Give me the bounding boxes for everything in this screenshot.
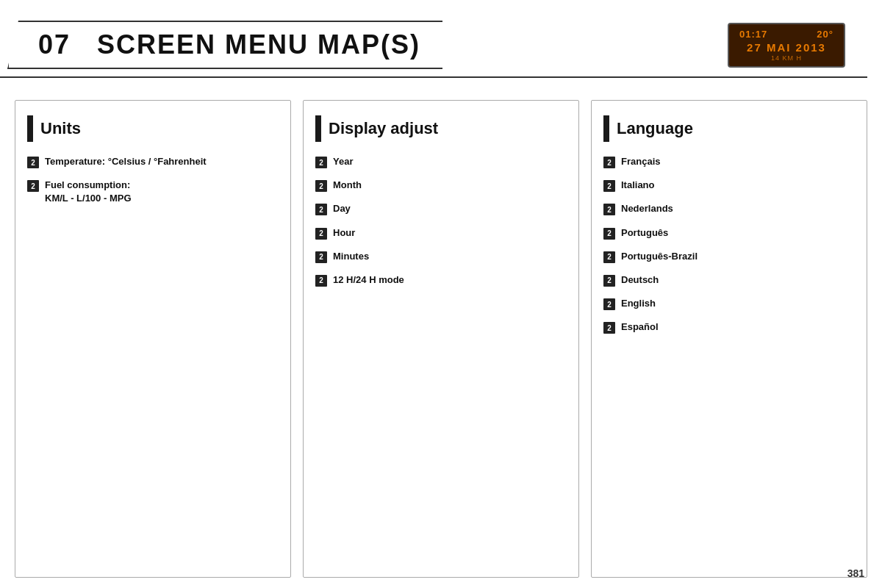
panel-header-language: Language	[603, 115, 855, 142]
menu-item-language-2: 2Nederlands	[603, 202, 855, 215]
menu-text-language-2: Nederlands	[621, 202, 673, 215]
badge-level-2: 2	[315, 204, 327, 215]
clock-display: 01:17 20° 27 MAI 2013 14 KM H	[728, 23, 845, 68]
menu-text-language-3: Português	[621, 226, 668, 240]
menu-text-units-0: Temperature: °Celsius / °Fahrenheit	[45, 155, 207, 168]
badge-level-2: 2	[603, 180, 615, 192]
menu-item-display-adjust-3: 2Hour	[315, 226, 567, 240]
menu-text-language-4: Português-Brazil	[621, 250, 698, 263]
menu-item-display-adjust-5: 212 H/24 H mode	[315, 273, 567, 287]
badge-level-2: 2	[603, 298, 615, 310]
panel-language: Language2Français2Italiano2Nederlands2Po…	[591, 100, 867, 578]
menu-item-display-adjust-2: 2Day	[315, 202, 567, 215]
main-content: Units2Temperature: °Celsius / °Fahrenhei…	[0, 78, 882, 588]
menu-item-language-1: 2Italiano	[603, 179, 855, 192]
panel-header-units: Units	[27, 115, 279, 142]
panel-header-display-adjust: Display adjust	[315, 115, 567, 142]
page-title: 07 SCREEN MENU MAP(S)	[38, 29, 420, 60]
title-area: 07 SCREEN MENU MAP(S)	[0, 21, 442, 69]
badge-level-2: 2	[603, 204, 615, 215]
badge-level-2: 2	[603, 275, 615, 287]
menu-text-language-0: Français	[621, 155, 660, 168]
panel-units: Units2Temperature: °Celsius / °Fahrenhei…	[15, 100, 291, 578]
menu-item-language-6: 2English	[603, 297, 855, 310]
badge-level-2: 2	[315, 157, 327, 168]
menu-item-language-5: 2Deutsch	[603, 273, 855, 287]
badge-level-1	[603, 115, 609, 142]
panel-display-adjust: Display adjust2Year2Month2Day2Hour2Minut…	[303, 100, 579, 578]
badge-level-2: 2	[27, 157, 39, 168]
menu-text-language-1: Italiano	[621, 179, 655, 192]
menu-item-language-4: 2Português-Brazil	[603, 250, 855, 263]
badge-level-2: 2	[27, 180, 39, 192]
badge-level-2: 2	[315, 251, 327, 263]
badge-level-2: 2	[603, 157, 615, 168]
menu-text-display-adjust-1: Month	[333, 179, 362, 192]
panel-title-language: Language	[617, 119, 693, 138]
panel-title-units: Units	[40, 119, 81, 138]
clock-temp: 20°	[817, 29, 833, 40]
clock-time: 01:17	[739, 29, 767, 40]
chapter-tab: 07 SCREEN MENU MAP(S)	[7, 21, 442, 69]
badge-level-2: 2	[603, 228, 615, 240]
badge-level-1	[315, 115, 321, 142]
menu-item-language-0: 2Français	[603, 155, 855, 168]
menu-text-language-7: Español	[621, 320, 659, 334]
menu-text-display-adjust-4: Minutes	[333, 250, 369, 263]
menu-text-language-6: English	[621, 297, 656, 310]
menu-text-display-adjust-5: 12 H/24 H mode	[333, 273, 404, 287]
badge-level-2: 2	[603, 251, 615, 263]
menu-text-display-adjust-3: Hour	[333, 226, 355, 240]
menu-item-display-adjust-1: 2Month	[315, 179, 567, 192]
menu-text-units-1: Fuel consumption: KM/L - L/100 - MPG	[45, 179, 132, 205]
menu-item-units-1: 2Fuel consumption: KM/L - L/100 - MPG	[27, 179, 279, 205]
page-number: 381	[847, 567, 864, 579]
badge-level-2: 2	[315, 275, 327, 287]
menu-item-units-0: 2Temperature: °Celsius / °Fahrenheit	[27, 155, 279, 168]
menu-item-language-3: 2Português	[603, 226, 855, 240]
page-header: 07 SCREEN MENU MAP(S) 01:17 20° 27 MAI 2…	[0, 7, 867, 78]
clock-date: 27 MAI 2013	[739, 41, 833, 54]
menu-item-language-7: 2Español	[603, 320, 855, 334]
menu-text-language-5: Deutsch	[621, 273, 659, 287]
menu-text-display-adjust-2: Day	[333, 202, 351, 215]
badge-level-2: 2	[315, 180, 327, 192]
menu-item-display-adjust-0: 2Year	[315, 155, 567, 168]
clock-sub: 14 KM H	[739, 54, 833, 62]
menu-item-display-adjust-4: 2Minutes	[315, 250, 567, 263]
badge-level-2: 2	[603, 322, 615, 334]
badge-level-2: 2	[315, 228, 327, 240]
badge-level-1	[27, 115, 33, 142]
panel-title-display-adjust: Display adjust	[329, 119, 438, 138]
clock-top-row: 01:17 20°	[739, 29, 833, 40]
menu-text-display-adjust-0: Year	[333, 155, 353, 168]
